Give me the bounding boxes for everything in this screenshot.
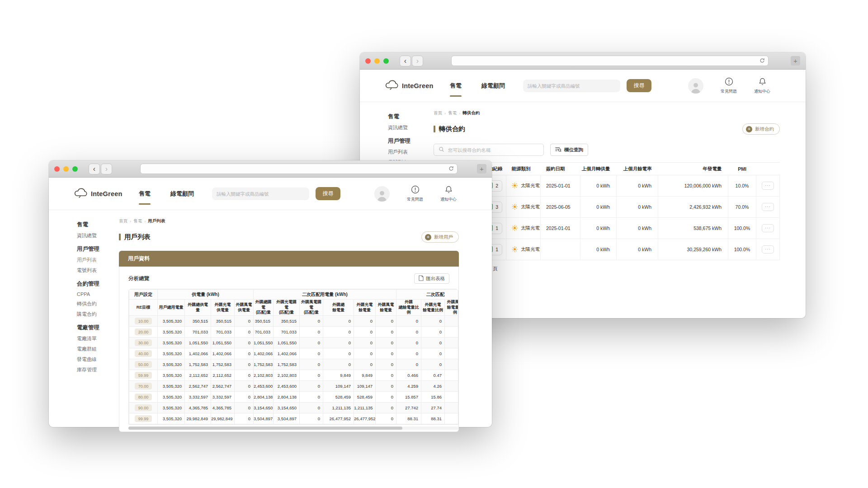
search-button[interactable]: 搜尋 [316, 187, 340, 200]
user-avatar[interactable] [374, 186, 390, 202]
row-actions-button[interactable]: ··· [762, 245, 774, 253]
brand-name: InteGreen [402, 82, 434, 89]
value-cell [445, 403, 458, 413]
faq-link[interactable]: 常見問題 [407, 185, 423, 202]
value-cell: 0 [235, 338, 254, 348]
browser-chrome[interactable]: ‹ › + [49, 160, 492, 178]
breadcrumb-sell[interactable]: 售電 [448, 110, 457, 116]
nav-item-sell[interactable]: 售電 [450, 70, 462, 102]
primary-nav: 售電 綠電顧問 [450, 70, 505, 102]
user-avatar[interactable] [688, 78, 703, 94]
value-cell: 350,515 [274, 316, 300, 327]
faq-link[interactable]: 常見問題 [721, 77, 737, 94]
breadcrumb-home[interactable]: 首頁 [119, 218, 127, 224]
add-contract-button[interactable]: + 新增合約 [742, 123, 780, 135]
sidebar-item[interactable]: 電廠清單 [77, 335, 117, 342]
sidebar-item[interactable]: 庫存管理 [77, 366, 117, 373]
primary-nav: 售電 綠電顧問 [139, 178, 194, 210]
sidebar-item[interactable]: 購電合約 [77, 311, 117, 318]
sidebar-item[interactable]: 用戶列表 [77, 257, 117, 263]
close-window-button[interactable] [54, 166, 60, 172]
value-cell: 3,332,597 [185, 392, 211, 403]
value-cell: 9,849 [354, 370, 376, 381]
breadcrumb: 首頁› 售電› 轉供合約 [434, 110, 780, 116]
nav-item-sell[interactable]: 售電 [139, 178, 151, 210]
value-cell: 4,365,785 [185, 403, 211, 413]
close-window-button[interactable] [365, 58, 371, 64]
row-actions-button[interactable]: ··· [762, 224, 774, 232]
export-table-button[interactable]: 匯出表格 [414, 273, 449, 284]
value-cell [445, 381, 458, 392]
breadcrumb-current: 用戶列表 [148, 218, 165, 224]
sidebar-item[interactable]: 發電曲線 [77, 356, 117, 363]
global-search-input[interactable] [217, 191, 305, 197]
notification-center[interactable]: 通知中心 [440, 185, 457, 202]
sidebar-item[interactable]: 資訊總覽 [77, 232, 117, 239]
row-actions-button[interactable]: ··· [762, 182, 774, 190]
reload-icon[interactable] [760, 57, 765, 65]
new-tab-button[interactable]: + [791, 56, 800, 66]
reload-icon[interactable] [448, 165, 454, 173]
re-target-pill: 10.00 [135, 318, 152, 324]
column-header: 外購總供電量 [185, 300, 211, 316]
minimize-window-button[interactable] [63, 166, 69, 172]
value-cell: 88.31 [396, 413, 421, 424]
value-cell: 0 [354, 327, 376, 338]
breadcrumb-home[interactable]: 首頁 [434, 110, 442, 116]
fullscreen-window-button[interactable] [383, 58, 389, 64]
sidebar-item[interactable]: 電號列表 [77, 267, 117, 274]
contract-search-input[interactable] [448, 147, 539, 153]
browser-forward-button[interactable]: › [101, 164, 112, 174]
address-bar-input[interactable] [144, 164, 448, 174]
nav-item-advisor[interactable]: 綠電顧問 [481, 70, 505, 102]
value-cell: 701,033 [254, 327, 274, 338]
new-tab-button[interactable]: + [477, 164, 486, 174]
browser-forward-button[interactable]: › [412, 56, 423, 66]
sidebar-item[interactable]: 資訊總覽 [388, 124, 428, 131]
browser-chrome[interactable]: ‹ › + [360, 52, 806, 70]
sidebar-item[interactable]: 電廠群組 [77, 346, 117, 352]
column-query-button[interactable]: 欄位查詢 [550, 144, 588, 156]
value-cell: 1,051,550 [185, 338, 211, 348]
fullscreen-window-button[interactable] [72, 166, 78, 172]
window-controls [365, 58, 389, 64]
energy-type-cell: 太陽光電 [506, 175, 541, 197]
search-button[interactable]: 搜尋 [627, 79, 651, 92]
group-header-row: 用戶設定供電量 (kWh)二次匹配用電量 (kWh)二次匹配 [129, 290, 459, 300]
sidebar-item[interactable]: 轉供合約 [77, 300, 117, 307]
sign-date-cell: 2025-01-01 [541, 175, 580, 197]
brand-logo[interactable]: InteGreen [74, 188, 119, 200]
value-cell: 1,051,550 [274, 338, 300, 348]
brand-logo[interactable]: InteGreen [385, 80, 430, 92]
nav-item-advisor[interactable]: 綠電顧問 [170, 178, 194, 210]
re-target-cell: 99.99 [129, 413, 158, 424]
scrollbar-thumb[interactable] [128, 427, 402, 430]
address-bar[interactable] [140, 164, 458, 174]
value-cell: 0 [376, 413, 396, 424]
bell-icon [758, 77, 767, 88]
value-cell: 2,562,747 [185, 381, 211, 392]
sun-icon [512, 246, 518, 253]
sidebar-item[interactable]: CPPA [77, 291, 117, 297]
actions-cell: ··· [756, 197, 780, 218]
minimize-window-button[interactable] [374, 58, 380, 64]
sidebar: 售電資訊總覽用戶管理用戶列表電號列表合約管理CPPA轉供合約購電合約電廠管理電廠… [49, 210, 117, 427]
add-user-button[interactable]: + 新增用戶 [421, 231, 459, 243]
value-cell: 3,505,320 [158, 359, 185, 370]
re-target-cell: 90.00 [129, 403, 158, 413]
value-cell: 0 [376, 327, 396, 338]
browser-back-button[interactable]: ‹ [89, 164, 100, 174]
sign-date-cell [541, 239, 580, 260]
breadcrumb-sell[interactable]: 售電 [133, 218, 142, 224]
value-cell: 350,515 [254, 316, 274, 327]
row-actions-button[interactable]: ··· [762, 203, 774, 211]
sidebar-item[interactable]: 用戶列表 [388, 149, 428, 155]
value-cell [445, 413, 458, 424]
horizontal-scrollbar[interactable] [128, 427, 458, 430]
global-search-input[interactable] [528, 83, 616, 89]
address-bar[interactable] [451, 56, 769, 66]
browser-back-button[interactable]: ‹ [400, 56, 411, 66]
value-cell: 27.74 [421, 403, 445, 413]
notification-center[interactable]: 通知中心 [754, 77, 770, 94]
address-bar-input[interactable] [455, 56, 760, 66]
